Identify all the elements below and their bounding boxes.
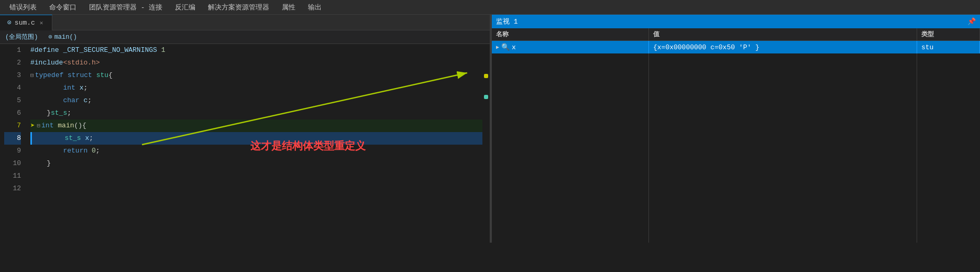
watch-cell-value: {x=0x00000000 c=0x50 'P' }	[649, 41, 917, 53]
watch-panel: 监视 1 📌 名称 值 类型 ▶ 🔍 x {x=0x00000000 c=0x5…	[492, 15, 980, 243]
expand-icon[interactable]: ▶	[496, 44, 499, 50]
scope-selector[interactable]: (全局范围)	[5, 32, 38, 41]
watch-cell-name: ▶ 🔍 x	[492, 41, 649, 53]
code-line-7: ➤ ⊟ int main (){	[30, 119, 482, 132]
function-selector[interactable]: main()	[54, 34, 77, 41]
editor-content: 1 2 3 4 5 6 7 8 9 10 11 12 #define _CRT	[0, 44, 490, 243]
watch-panel-header: 监视 1 📌	[492, 15, 980, 28]
watch-cell-type: stu	[917, 41, 980, 53]
watch-col-type: 类型	[917, 28, 980, 40]
watch-row-x[interactable]: ▶ 🔍 x {x=0x00000000 c=0x50 'P' } stu	[492, 41, 980, 53]
main-layout: ⊙ sum.c ✕ (全局范围) ⊙ main() 1 2 3 4 5 6 7 …	[0, 15, 980, 243]
code-line-1: #define _CRT_SECURE_NO_WARNINGS 1	[30, 44, 482, 57]
watch-var-name: x	[512, 43, 516, 51]
scrollbar-marker-active	[484, 74, 488, 78]
watch-column-headers: 名称 值 类型	[492, 28, 980, 41]
tab-bar: ⊙ sum.c ✕	[0, 15, 490, 30]
menu-bar: 错误列表 命令窗口 团队资源管理器 - 连接 反汇编 解决方案资源管理器 属性 …	[0, 0, 980, 15]
annotation-label: 这才是结构体类型重定义	[250, 139, 366, 152]
watch-col-name: 名称	[492, 28, 649, 40]
watch-empty-row[interactable]	[492, 53, 980, 243]
tab-label: sum.c	[15, 19, 35, 27]
watch-col-value: 值	[649, 28, 917, 40]
menu-item-command-window[interactable]: 命令窗口	[44, 2, 82, 13]
tab-close-button[interactable]: ✕	[38, 19, 45, 27]
scope-icon: ⊙	[48, 33, 52, 41]
code-line-12	[30, 182, 482, 195]
scope-bar: (全局范围) ⊙ main()	[0, 30, 490, 44]
code-line-11	[30, 170, 482, 182]
scrollbar-marker-2	[484, 95, 488, 99]
code-line-10: }	[30, 157, 482, 170]
menu-item-properties[interactable]: 属性	[277, 2, 301, 13]
tab-sum-c[interactable]: ⊙ sum.c ✕	[0, 15, 52, 30]
editor-area: ⊙ sum.c ✕ (全局范围) ⊙ main() 1 2 3 4 5 6 7 …	[0, 15, 490, 243]
watch-pin-icon[interactable]: 📌	[967, 17, 976, 26]
code-line-3: ⊟ typedef struct stu {	[30, 69, 482, 82]
code-line-4: int x ;	[30, 82, 482, 94]
menu-item-team-explorer[interactable]: 团队资源管理器 - 连接	[84, 2, 168, 13]
menu-item-error-list[interactable]: 错误列表	[4, 2, 42, 13]
code-line-2: #include <stdio.h>	[30, 57, 482, 69]
line-numbers: 1 2 3 4 5 6 7 8 9 10 11 12	[0, 44, 25, 243]
menu-item-solution-explorer[interactable]: 解决方案资源管理器	[203, 2, 274, 13]
code-line-6: } st_s ;	[30, 107, 482, 119]
watch-panel-title: 监视 1	[496, 17, 518, 26]
tab-icon: ⊙	[7, 18, 12, 27]
menu-item-disassembly[interactable]: 反汇编	[170, 2, 201, 13]
code-line-5: char c ;	[30, 94, 482, 107]
code-lines[interactable]: #define _CRT_SECURE_NO_WARNINGS 1 #inclu…	[25, 44, 482, 243]
editor-scrollbar[interactable]	[482, 44, 490, 243]
menu-item-output[interactable]: 输出	[303, 2, 327, 13]
watch-icon: 🔍	[501, 43, 510, 51]
